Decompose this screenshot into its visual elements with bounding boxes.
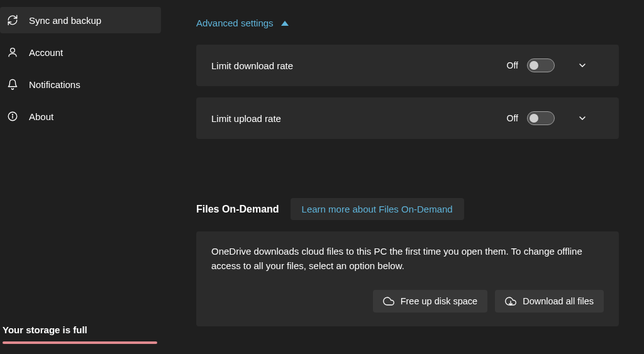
download-all-files-button[interactable]: Download all files xyxy=(495,290,604,313)
rate-label: Limit download rate xyxy=(211,60,293,71)
sidebar-item-notifications[interactable]: Notifications xyxy=(0,71,161,97)
sidebar-item-label: Sync and backup xyxy=(29,15,101,26)
files-on-demand-header: Files On-Demand Learn more about Files O… xyxy=(196,198,619,220)
toggle-knob xyxy=(530,114,538,123)
toggle-state-label: Off xyxy=(507,60,518,70)
limit-download-rate-card: Limit download rate Off xyxy=(196,45,619,86)
upload-rate-toggle[interactable] xyxy=(527,111,555,125)
chevron-down-icon xyxy=(577,60,587,70)
sidebar-item-label: Account xyxy=(29,47,63,58)
main-panel: Advanced settings Limit download rate Of… xyxy=(165,0,644,354)
chevron-up-icon xyxy=(281,20,289,26)
cloud-download-icon xyxy=(505,296,516,307)
files-on-demand-card: OneDrive downloads cloud files to this P… xyxy=(196,231,619,326)
user-icon xyxy=(6,46,19,58)
svg-point-3 xyxy=(13,114,13,115)
expand-download-rate[interactable] xyxy=(564,60,601,70)
sidebar-item-sync-and-backup[interactable]: Sync and backup xyxy=(0,7,161,33)
learn-more-files-on-demand[interactable]: Learn more about Files On-Demand xyxy=(291,198,464,220)
sync-icon xyxy=(6,14,19,26)
chevron-down-icon xyxy=(577,113,587,123)
expand-upload-rate[interactable] xyxy=(564,113,601,123)
free-up-disk-space-button[interactable]: Free up disk space xyxy=(373,290,488,313)
sidebar-item-label: Notifications xyxy=(29,79,80,90)
button-label: Free up disk space xyxy=(401,296,478,306)
bell-icon xyxy=(6,78,19,91)
rate-controls: Off xyxy=(507,111,601,125)
sidebar-item-label: About xyxy=(29,111,53,122)
limit-upload-rate-card: Limit upload rate Off xyxy=(196,97,619,139)
download-rate-toggle[interactable] xyxy=(527,58,555,72)
storage-status: Your storage is full xyxy=(0,324,157,344)
info-icon xyxy=(6,110,19,123)
files-on-demand-description: OneDrive downloads cloud files to this P… xyxy=(211,244,604,274)
storage-label: Your storage is full xyxy=(3,324,157,335)
storage-bar xyxy=(3,341,157,344)
cloud-icon xyxy=(383,296,394,307)
toggle-state-label: Off xyxy=(507,113,518,123)
toggle-knob xyxy=(530,61,538,70)
sidebar-item-account[interactable]: Account xyxy=(0,39,161,65)
advanced-settings-toggle[interactable]: Advanced settings xyxy=(196,18,619,28)
rate-controls: Off xyxy=(507,58,601,72)
files-on-demand-actions: Free up disk space Download all files xyxy=(211,290,604,313)
sidebar-item-about[interactable]: About xyxy=(0,103,161,130)
files-on-demand-title: Files On-Demand xyxy=(196,204,279,215)
svg-point-0 xyxy=(11,48,15,53)
sidebar: Sync and backup Account Notifications Ab… xyxy=(0,0,165,354)
button-label: Download all files xyxy=(523,296,594,306)
storage-fill xyxy=(3,341,157,344)
rate-label: Limit upload rate xyxy=(211,113,281,124)
advanced-settings-label: Advanced settings xyxy=(196,18,274,28)
